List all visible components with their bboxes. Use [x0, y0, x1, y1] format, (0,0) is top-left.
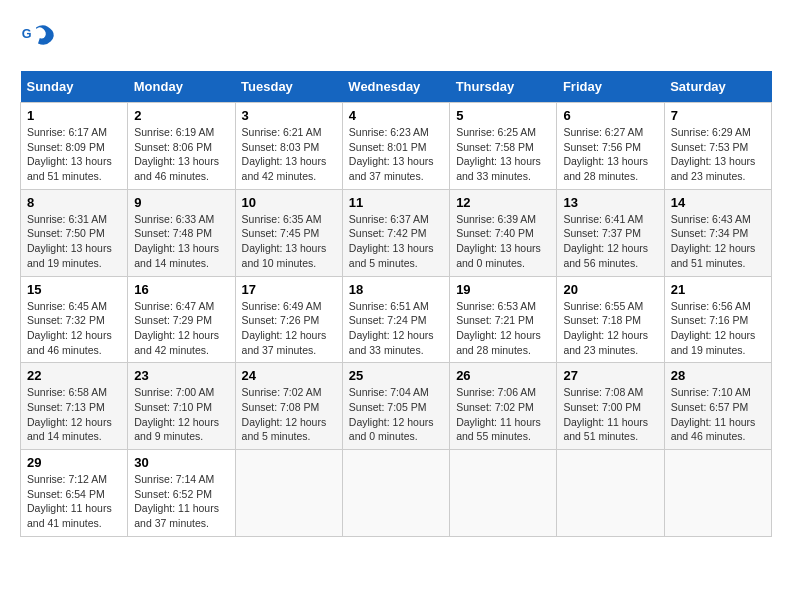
calendar-cell: 16 Sunrise: 6:47 AMSunset: 7:29 PMDaylig…: [128, 276, 235, 363]
calendar-cell: 18 Sunrise: 6:51 AMSunset: 7:24 PMDaylig…: [342, 276, 449, 363]
col-header-thursday: Thursday: [450, 71, 557, 103]
day-info: Sunrise: 6:21 AMSunset: 8:03 PMDaylight:…: [242, 125, 336, 184]
day-number: 24: [242, 368, 336, 383]
calendar-cell: 25 Sunrise: 7:04 AMSunset: 7:05 PMDaylig…: [342, 363, 449, 450]
day-number: 18: [349, 282, 443, 297]
day-number: 10: [242, 195, 336, 210]
col-header-tuesday: Tuesday: [235, 71, 342, 103]
day-info: Sunrise: 6:29 AMSunset: 7:53 PMDaylight:…: [671, 125, 765, 184]
day-number: 19: [456, 282, 550, 297]
calendar-cell: 15 Sunrise: 6:45 AMSunset: 7:32 PMDaylig…: [21, 276, 128, 363]
calendar-cell: 24 Sunrise: 7:02 AMSunset: 7:08 PMDaylig…: [235, 363, 342, 450]
day-number: 16: [134, 282, 228, 297]
logo: G: [20, 20, 62, 56]
day-info: Sunrise: 6:17 AMSunset: 8:09 PMDaylight:…: [27, 125, 121, 184]
calendar-cell: 10 Sunrise: 6:35 AMSunset: 7:45 PMDaylig…: [235, 189, 342, 276]
day-info: Sunrise: 6:43 AMSunset: 7:34 PMDaylight:…: [671, 212, 765, 271]
day-number: 26: [456, 368, 550, 383]
day-info: Sunrise: 6:47 AMSunset: 7:29 PMDaylight:…: [134, 299, 228, 358]
calendar-cell: 14 Sunrise: 6:43 AMSunset: 7:34 PMDaylig…: [664, 189, 771, 276]
col-header-sunday: Sunday: [21, 71, 128, 103]
day-number: 12: [456, 195, 550, 210]
day-number: 3: [242, 108, 336, 123]
day-number: 22: [27, 368, 121, 383]
calendar-cell: 13 Sunrise: 6:41 AMSunset: 7:37 PMDaylig…: [557, 189, 664, 276]
day-number: 23: [134, 368, 228, 383]
calendar-cell: [235, 450, 342, 537]
day-info: Sunrise: 7:04 AMSunset: 7:05 PMDaylight:…: [349, 385, 443, 444]
calendar-cell: 30 Sunrise: 7:14 AMSunset: 6:52 PMDaylig…: [128, 450, 235, 537]
day-info: Sunrise: 7:02 AMSunset: 7:08 PMDaylight:…: [242, 385, 336, 444]
calendar-cell: 6 Sunrise: 6:27 AMSunset: 7:56 PMDayligh…: [557, 103, 664, 190]
calendar-cell: 26 Sunrise: 7:06 AMSunset: 7:02 PMDaylig…: [450, 363, 557, 450]
col-header-monday: Monday: [128, 71, 235, 103]
day-info: Sunrise: 6:53 AMSunset: 7:21 PMDaylight:…: [456, 299, 550, 358]
calendar-cell: 29 Sunrise: 7:12 AMSunset: 6:54 PMDaylig…: [21, 450, 128, 537]
svg-text:G: G: [22, 27, 32, 41]
day-number: 28: [671, 368, 765, 383]
day-number: 9: [134, 195, 228, 210]
day-number: 20: [563, 282, 657, 297]
calendar-cell: 23 Sunrise: 7:00 AMSunset: 7:10 PMDaylig…: [128, 363, 235, 450]
logo-icon: G: [20, 20, 56, 56]
day-info: Sunrise: 6:31 AMSunset: 7:50 PMDaylight:…: [27, 212, 121, 271]
calendar-cell: 1 Sunrise: 6:17 AMSunset: 8:09 PMDayligh…: [21, 103, 128, 190]
day-info: Sunrise: 6:19 AMSunset: 8:06 PMDaylight:…: [134, 125, 228, 184]
day-number: 15: [27, 282, 121, 297]
calendar-header-row: SundayMondayTuesdayWednesdayThursdayFrid…: [21, 71, 772, 103]
day-number: 5: [456, 108, 550, 123]
day-number: 30: [134, 455, 228, 470]
day-info: Sunrise: 6:41 AMSunset: 7:37 PMDaylight:…: [563, 212, 657, 271]
calendar-cell: 4 Sunrise: 6:23 AMSunset: 8:01 PMDayligh…: [342, 103, 449, 190]
day-info: Sunrise: 6:51 AMSunset: 7:24 PMDaylight:…: [349, 299, 443, 358]
day-info: Sunrise: 6:37 AMSunset: 7:42 PMDaylight:…: [349, 212, 443, 271]
calendar-cell: 2 Sunrise: 6:19 AMSunset: 8:06 PMDayligh…: [128, 103, 235, 190]
day-number: 1: [27, 108, 121, 123]
calendar-cell: [342, 450, 449, 537]
calendar-week-1: 1 Sunrise: 6:17 AMSunset: 8:09 PMDayligh…: [21, 103, 772, 190]
calendar-cell: 21 Sunrise: 6:56 AMSunset: 7:16 PMDaylig…: [664, 276, 771, 363]
col-header-wednesday: Wednesday: [342, 71, 449, 103]
day-info: Sunrise: 7:06 AMSunset: 7:02 PMDaylight:…: [456, 385, 550, 444]
day-number: 29: [27, 455, 121, 470]
calendar-cell: 9 Sunrise: 6:33 AMSunset: 7:48 PMDayligh…: [128, 189, 235, 276]
day-info: Sunrise: 7:14 AMSunset: 6:52 PMDaylight:…: [134, 472, 228, 531]
calendar-cell: 19 Sunrise: 6:53 AMSunset: 7:21 PMDaylig…: [450, 276, 557, 363]
calendar-week-2: 8 Sunrise: 6:31 AMSunset: 7:50 PMDayligh…: [21, 189, 772, 276]
day-number: 25: [349, 368, 443, 383]
day-info: Sunrise: 6:58 AMSunset: 7:13 PMDaylight:…: [27, 385, 121, 444]
day-number: 14: [671, 195, 765, 210]
day-info: Sunrise: 6:39 AMSunset: 7:40 PMDaylight:…: [456, 212, 550, 271]
calendar-cell: 28 Sunrise: 7:10 AMSunset: 6:57 PMDaylig…: [664, 363, 771, 450]
calendar-cell: 3 Sunrise: 6:21 AMSunset: 8:03 PMDayligh…: [235, 103, 342, 190]
day-info: Sunrise: 6:33 AMSunset: 7:48 PMDaylight:…: [134, 212, 228, 271]
page-header: G: [20, 20, 772, 56]
day-info: Sunrise: 6:45 AMSunset: 7:32 PMDaylight:…: [27, 299, 121, 358]
calendar-cell: [664, 450, 771, 537]
day-info: Sunrise: 7:12 AMSunset: 6:54 PMDaylight:…: [27, 472, 121, 531]
day-number: 6: [563, 108, 657, 123]
col-header-friday: Friday: [557, 71, 664, 103]
calendar-cell: 12 Sunrise: 6:39 AMSunset: 7:40 PMDaylig…: [450, 189, 557, 276]
day-number: 27: [563, 368, 657, 383]
day-info: Sunrise: 6:23 AMSunset: 8:01 PMDaylight:…: [349, 125, 443, 184]
day-number: 17: [242, 282, 336, 297]
day-number: 11: [349, 195, 443, 210]
day-info: Sunrise: 6:49 AMSunset: 7:26 PMDaylight:…: [242, 299, 336, 358]
day-number: 13: [563, 195, 657, 210]
calendar-cell: 17 Sunrise: 6:49 AMSunset: 7:26 PMDaylig…: [235, 276, 342, 363]
calendar-cell: [450, 450, 557, 537]
day-number: 8: [27, 195, 121, 210]
day-info: Sunrise: 6:56 AMSunset: 7:16 PMDaylight:…: [671, 299, 765, 358]
calendar-cell: 11 Sunrise: 6:37 AMSunset: 7:42 PMDaylig…: [342, 189, 449, 276]
calendar-cell: 20 Sunrise: 6:55 AMSunset: 7:18 PMDaylig…: [557, 276, 664, 363]
day-number: 4: [349, 108, 443, 123]
day-info: Sunrise: 7:08 AMSunset: 7:00 PMDaylight:…: [563, 385, 657, 444]
calendar-cell: [557, 450, 664, 537]
calendar-cell: 27 Sunrise: 7:08 AMSunset: 7:00 PMDaylig…: [557, 363, 664, 450]
calendar-week-3: 15 Sunrise: 6:45 AMSunset: 7:32 PMDaylig…: [21, 276, 772, 363]
calendar-week-4: 22 Sunrise: 6:58 AMSunset: 7:13 PMDaylig…: [21, 363, 772, 450]
calendar-cell: 8 Sunrise: 6:31 AMSunset: 7:50 PMDayligh…: [21, 189, 128, 276]
day-number: 7: [671, 108, 765, 123]
day-info: Sunrise: 6:27 AMSunset: 7:56 PMDaylight:…: [563, 125, 657, 184]
